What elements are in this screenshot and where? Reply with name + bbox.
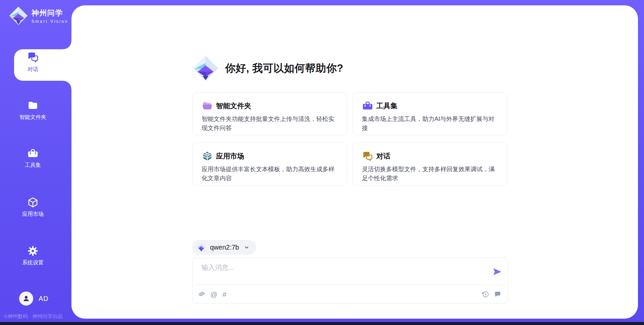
sidebar: 神州问学 Smart Vision 对话 智能文件夹 工具集 [0, 0, 71, 325]
model-logo-diamond-icon [197, 243, 206, 252]
toolbox-icon [27, 148, 39, 159]
card-description: 集成市场上主流工具，助力AI与外界无缝扩展与对接 [362, 115, 498, 133]
card-smart-folders[interactable]: 智能文件夹 智能文件夹功能支持批量文件上传与清洗，轻松实现文件问答 [192, 92, 347, 135]
folder-open-icon [202, 100, 213, 112]
sidebar-item-app-market[interactable]: 应用市场 [0, 197, 66, 218]
card-head: 应用市场 [202, 150, 338, 162]
composer-toolbar-right [482, 291, 501, 298]
chat-icon [27, 51, 39, 63]
bottom-edge-bar [0, 322, 644, 325]
gear-icon [27, 245, 39, 257]
sidebar-item-label: 工具集 [25, 162, 41, 169]
card-title: 智能文件夹 [216, 101, 251, 111]
send-icon[interactable] [492, 267, 502, 276]
card-description: 智能文件夹功能支持批量文件上传与清洗，轻松实现文件问答 [202, 115, 338, 133]
greeting: 你好, 我可以如何帮助你? [192, 55, 343, 82]
card-description: 灵活切换多模型文件，支持多样回复效果调试，满足个性化需求 [362, 165, 498, 183]
sidebar-item-toolset[interactable]: 工具集 [0, 148, 66, 169]
history-icon[interactable] [482, 291, 489, 298]
sidebar-item-smart-folders[interactable]: 智能文件夹 [0, 100, 66, 121]
brand: 神州问学 Smart Vision [9, 6, 68, 25]
card-title: 对话 [376, 151, 390, 161]
assistant-logo-diamond-icon [192, 55, 219, 82]
card-description: 应用市场提供丰富长文本模板，助力高效生成多样化文章内容 [202, 165, 338, 183]
model-name: qwen2:7b [210, 244, 239, 251]
composer-toolbar: @ # [198, 285, 501, 304]
card-head: 工具集 [362, 100, 498, 112]
cube-icon [27, 197, 39, 208]
avatar [19, 291, 33, 306]
card-app-market[interactable]: 应用市场 应用市场提供丰富长文本模板，助力高效生成多样化文章内容 [192, 142, 347, 186]
sidebar-item-chat[interactable]: 对话 [0, 51, 66, 73]
brand-text: 神州问学 Smart Vision [32, 8, 68, 24]
cube-grid-icon [202, 150, 213, 162]
brand-subtitle: Smart Vision [32, 19, 68, 24]
greeting-text: 你好, 我可以如何帮助你? [225, 61, 343, 75]
main-content: 你好, 我可以如何帮助你? 智能文件夹 智能文件夹功能支持批量文件上传与清洗，轻… [192, 5, 508, 319]
sidebar-item-label: 系统设置 [22, 259, 44, 266]
message-composer: @ # [192, 258, 508, 304]
toolbox-icon [362, 100, 373, 112]
card-toolset[interactable]: 工具集 集成市场上主流工具，助力AI与外界无缝扩展与对接 [353, 92, 507, 135]
sidebar-item-label: 对话 [28, 66, 38, 73]
folder-icon [27, 100, 39, 111]
card-head: 对话 [362, 150, 498, 162]
main-panel: 你好, 我可以如何帮助你? 智能文件夹 智能文件夹功能支持批量文件上传与清洗，轻… [71, 5, 638, 319]
sidebar-item-settings[interactable]: 系统设置 [0, 245, 66, 266]
card-chat[interactable]: 对话 灵活切换多模型文件，支持多样回复效果调试，满足个性化需求 [353, 142, 507, 186]
card-head: 智能文件夹 [202, 100, 338, 112]
brand-title: 神州问学 [32, 8, 68, 18]
model-selector[interactable]: qwen2:7b [192, 240, 256, 255]
chevron-down-icon [244, 245, 250, 250]
person-icon [22, 295, 30, 303]
message-input[interactable] [202, 264, 480, 271]
chat-icon [362, 150, 373, 162]
mention-at-icon[interactable]: @ [210, 291, 217, 298]
brand-logo-diamond-icon [9, 6, 28, 25]
user-profile[interactable]: AD [19, 291, 49, 306]
comment-icon[interactable] [494, 291, 501, 298]
card-title: 应用市场 [216, 151, 244, 161]
user-name: AD [39, 295, 49, 303]
feature-cards: 智能文件夹 智能文件夹功能支持批量文件上传与清洗，轻松实现文件问答 工具集 集成… [192, 92, 507, 186]
card-title: 工具集 [376, 101, 397, 111]
sidebar-footer-credit: ©神州数码 · 神州问学出品 [4, 313, 71, 320]
sidebar-item-label: 智能文件夹 [19, 114, 46, 121]
topic-hash-icon[interactable]: # [222, 291, 226, 298]
sidebar-item-label: 应用市场 [22, 211, 44, 218]
attachment-paperclip-icon[interactable] [198, 291, 205, 298]
